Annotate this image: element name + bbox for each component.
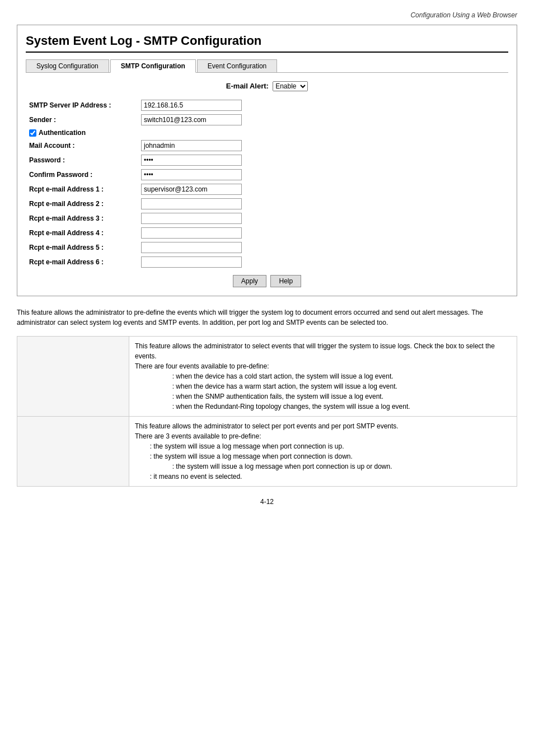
confirm-password-row: Confirm Password :	[26, 167, 508, 182]
auth-label-text: Authentication	[39, 129, 86, 137]
desc-row-1-left	[17, 337, 129, 417]
smtp-server-label: SMTP Server IP Address :	[26, 98, 138, 113]
rcpt1-row: Rcpt e-mail Address 1 :	[26, 182, 508, 197]
mail-account-label: Mail Account :	[26, 138, 138, 153]
page-header: Configuration Using a Web Browser	[17, 11, 517, 19]
rcpt5-label: Rcpt e-mail Address 5 :	[26, 240, 138, 255]
rcpt2-label: Rcpt e-mail Address 2 :	[26, 197, 138, 211]
email-alert-label: E-mail Alert:	[226, 82, 271, 90]
desc-row-1: This feature allows the administrator to…	[17, 337, 517, 417]
form-table: SMTP Server IP Address : Sender : Authen…	[26, 98, 508, 269]
rcpt6-label: Rcpt e-mail Address 6 :	[26, 255, 138, 269]
rcpt6-input[interactable]	[141, 256, 242, 268]
auth-checkbox-label[interactable]: Authentication	[29, 129, 505, 137]
confirm-password-label: Confirm Password :	[26, 167, 138, 182]
sender-row: Sender :	[26, 113, 508, 127]
rcpt3-input[interactable]	[141, 213, 242, 224]
sender-input[interactable]	[141, 114, 242, 125]
rcpt6-row: Rcpt e-mail Address 6 :	[26, 255, 508, 269]
help-button[interactable]: Help	[270, 275, 301, 287]
mail-account-input[interactable]	[141, 140, 242, 151]
desc-row-1-right: This feature allows the administrator to…	[129, 337, 517, 417]
rcpt4-label: Rcpt e-mail Address 4 :	[26, 226, 138, 240]
config-title: System Event Log - SMTP Configuration	[26, 34, 508, 53]
rcpt3-row: Rcpt e-mail Address 3 :	[26, 211, 508, 226]
tab-smtp[interactable]: SMTP Configuration	[110, 59, 196, 73]
confirm-password-input[interactable]	[141, 169, 242, 180]
password-input[interactable]	[141, 155, 242, 166]
rcpt1-label: Rcpt e-mail Address 1 :	[26, 182, 138, 197]
password-row: Password :	[26, 153, 508, 167]
smtp-server-input[interactable]	[141, 100, 242, 111]
rcpt3-label: Rcpt e-mail Address 3 :	[26, 211, 138, 226]
description-intro: This feature allows the administrator to…	[17, 307, 517, 328]
apply-button[interactable]: Apply	[233, 275, 266, 287]
sender-label: Sender :	[26, 113, 138, 127]
buttons-row: Apply Help	[26, 275, 508, 287]
tab-syslog[interactable]: Syslog Configuration	[26, 59, 109, 72]
email-alert-row: E-mail Alert: Enable Disable	[26, 81, 508, 91]
page-number: 4-12	[17, 498, 517, 506]
rcpt4-input[interactable]	[141, 227, 242, 239]
rcpt4-row: Rcpt e-mail Address 4 :	[26, 226, 508, 240]
desc-row-2-left	[17, 417, 129, 487]
auth-checkbox[interactable]	[29, 129, 36, 137]
smtp-server-row: SMTP Server IP Address :	[26, 98, 508, 113]
desc-row-2: This feature allows the administrator to…	[17, 417, 517, 487]
rcpt2-input[interactable]	[141, 198, 242, 209]
password-label: Password :	[26, 153, 138, 167]
rcpt5-input[interactable]	[141, 242, 242, 253]
auth-row: Authentication	[26, 127, 508, 138]
config-box: System Event Log - SMTP Configuration Sy…	[17, 25, 517, 296]
tabs: Syslog Configuration SMTP Configuration …	[26, 59, 508, 73]
mail-account-row: Mail Account :	[26, 138, 508, 153]
email-alert-select[interactable]: Enable Disable	[273, 81, 308, 91]
rcpt1-input[interactable]	[141, 184, 242, 195]
desc-row-2-right: This feature allows the administrator to…	[129, 417, 517, 487]
desc-table: This feature allows the administrator to…	[17, 336, 517, 487]
rcpt2-row: Rcpt e-mail Address 2 :	[26, 197, 508, 211]
tab-event[interactable]: Event Configuration	[197, 59, 277, 72]
rcpt5-row: Rcpt e-mail Address 5 :	[26, 240, 508, 255]
